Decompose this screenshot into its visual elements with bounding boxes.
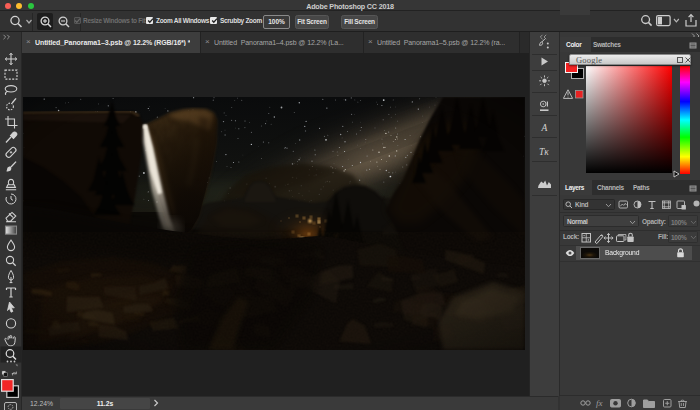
svg-text:Tκ: Tκ [539, 147, 549, 157]
svg-text:fx: fx [596, 398, 603, 408]
svg-text:A: A [541, 123, 548, 133]
